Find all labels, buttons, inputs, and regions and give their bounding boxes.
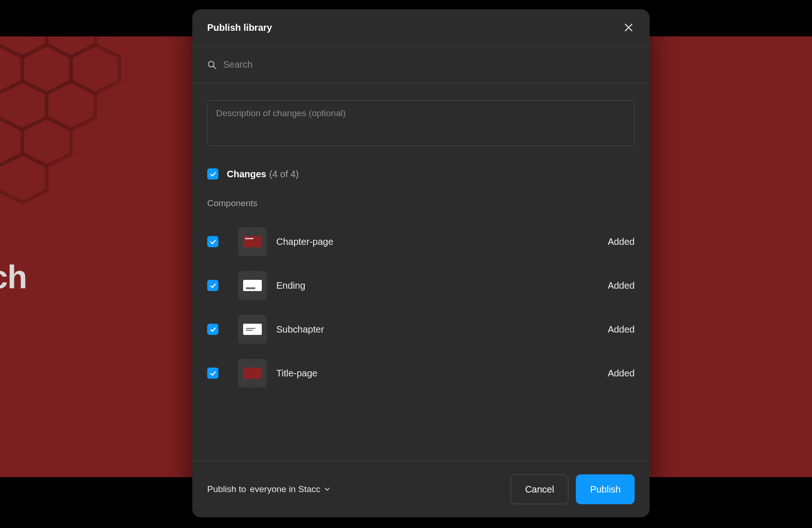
component-thumbnail: [238, 271, 267, 300]
component-status: Added: [608, 236, 635, 247]
hex-pattern-decoration: [0, 36, 177, 251]
cancel-button[interactable]: Cancel: [511, 474, 568, 504]
component-name: Ending: [276, 280, 598, 291]
close-button[interactable]: [623, 21, 635, 34]
component-thumbnail: [238, 315, 267, 344]
modal-body: Changes (4 of 4) Components Chapter-page…: [192, 83, 650, 461]
select-all-checkbox[interactable]: [207, 168, 218, 180]
search-input[interactable]: [223, 59, 635, 70]
component-status: Added: [608, 368, 635, 379]
component-row[interactable]: Subchapter Added: [207, 307, 635, 351]
component-name: Title-page: [276, 368, 598, 379]
modal-header: Publish library: [192, 9, 650, 46]
component-checkbox[interactable]: [207, 368, 218, 379]
component-thumbnail: [238, 359, 267, 388]
component-name: Subchapter: [276, 324, 598, 335]
changes-count: (4 of 4): [269, 169, 299, 179]
components-list: Chapter-page Added Ending Added Subchapt…: [207, 220, 635, 395]
component-thumbnail: [238, 227, 267, 256]
chevron-down-icon: [324, 486, 330, 493]
component-row[interactable]: Chapter-page Added: [207, 220, 635, 264]
publish-target-prefix: Publish to: [207, 484, 246, 494]
changes-select-all-row: Changes (4 of 4): [207, 168, 635, 180]
component-row[interactable]: Ending Added: [207, 264, 635, 307]
components-section-label: Components: [207, 198, 635, 208]
svg-point-0: [209, 61, 214, 67]
modal-footer: Publish to everyone in Stacc Cancel Publ…: [192, 461, 650, 517]
publish-target-scope: everyone in Stacc: [250, 484, 320, 494]
background-left-text: ech: [0, 258, 27, 296]
close-icon: [624, 23, 633, 32]
publish-library-modal: Publish library Changes (4 of 4) Compone…: [192, 9, 650, 517]
component-name: Chapter-page: [276, 236, 598, 247]
component-checkbox[interactable]: [207, 324, 218, 335]
component-checkbox[interactable]: [207, 280, 218, 291]
component-checkbox[interactable]: [207, 236, 218, 247]
changes-label: Changes: [227, 169, 266, 179]
search-row: [192, 46, 650, 83]
description-input[interactable]: [207, 100, 635, 146]
component-status: Added: [608, 324, 635, 335]
modal-title: Publish library: [207, 22, 272, 33]
component-row[interactable]: Title-page Added: [207, 351, 635, 395]
publish-button[interactable]: Publish: [576, 474, 635, 504]
publish-target-dropdown[interactable]: Publish to everyone in Stacc: [207, 484, 330, 494]
footer-actions: Cancel Publish: [511, 474, 635, 504]
component-status: Added: [608, 280, 635, 291]
search-icon: [207, 60, 217, 69]
